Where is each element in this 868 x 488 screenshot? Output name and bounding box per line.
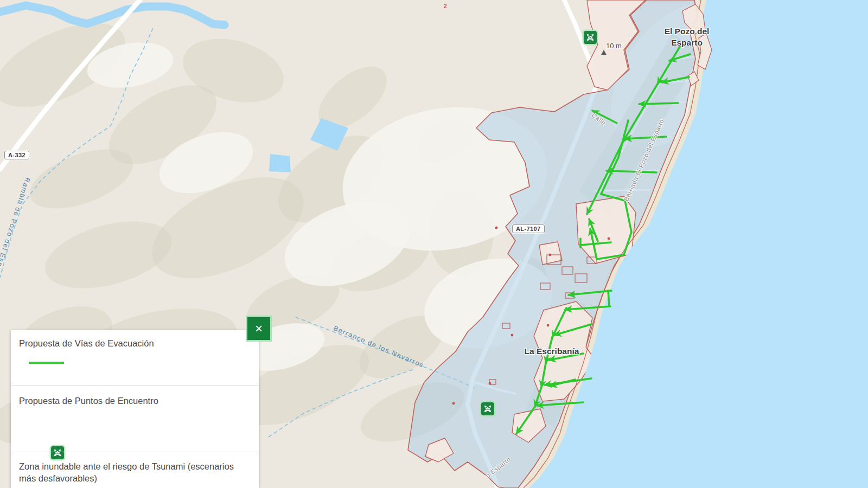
road-shield-a332: A-332: [4, 151, 29, 159]
legend-panel: Propuesta de Vías de Evacuación Propuest…: [11, 330, 259, 488]
meeting-point-icon[interactable]: [584, 31, 597, 44]
legend-item-flood-zone: Zona inundable ante el riesgo de Tsunami…: [11, 452, 259, 488]
meeting-point-swatch: [31, 416, 44, 429]
legend-item-label: Propuesta de Vías de Evacuación: [19, 330, 259, 349]
map-view[interactable]: El Pozo del Esparto La Escribanía 10 m A…: [0, 0, 868, 488]
evacuation-route-swatch: [29, 362, 64, 364]
road-shield-al7107: AL-7107: [512, 224, 545, 233]
red-map-marker: 2: [444, 3, 447, 9]
legend-item-label: Zona inundable ante el riesgo de Tsunami…: [19, 452, 236, 484]
legend-close-button[interactable]: ×: [247, 317, 270, 340]
legend-item-meeting-points: Propuesta de Puntos de Encuentro: [11, 385, 259, 452]
elevation-point-icon: [601, 50, 607, 55]
legend-item-evacuation-routes: Propuesta de Vías de Evacuación: [11, 330, 259, 385]
assembly-point-glyph: [585, 32, 596, 43]
meeting-point-icon[interactable]: [481, 402, 494, 415]
legend-item-label: Propuesta de Puntos de Encuentro: [19, 386, 259, 407]
assembly-point-glyph: [482, 403, 493, 414]
